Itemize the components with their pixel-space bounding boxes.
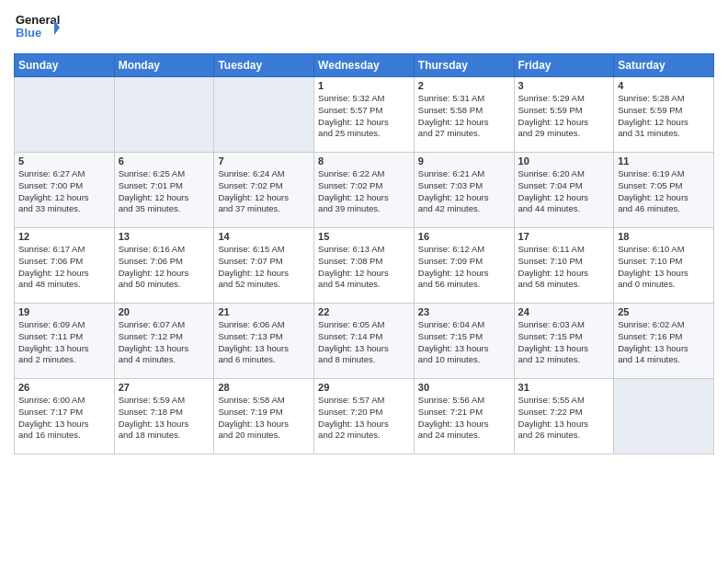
day-info: Sunset: 7:10 PM [618, 256, 710, 268]
day-info: Daylight: 12 hours [18, 192, 110, 204]
day-info: Sunset: 7:06 PM [119, 256, 210, 268]
day-info: Sunrise: 5:28 AM [618, 93, 710, 105]
day-info: Sunset: 5:59 PM [618, 105, 710, 117]
calendar-cell: 17Sunrise: 6:11 AMSunset: 7:10 PMDayligh… [514, 228, 614, 304]
day-number: 13 [119, 231, 210, 242]
calendar-cell: 9Sunrise: 6:21 AMSunset: 7:03 PMDaylight… [414, 153, 514, 228]
day-info: Daylight: 13 hours [618, 343, 710, 355]
day-info: Sunrise: 5:57 AM [318, 395, 410, 407]
calendar-cell: 3Sunrise: 5:29 AMSunset: 5:59 PMDaylight… [514, 77, 614, 153]
calendar-cell: 30Sunrise: 5:56 AMSunset: 7:21 PMDayligh… [414, 379, 514, 454]
day-info: Daylight: 12 hours [18, 268, 110, 280]
day-info: Sunset: 7:03 PM [418, 180, 510, 192]
day-info: and 0 minutes. [618, 279, 710, 291]
day-info: and 39 minutes. [318, 203, 410, 215]
day-header-friday: Friday [514, 54, 614, 77]
day-info: and 54 minutes. [318, 279, 410, 291]
day-info: Sunrise: 6:06 AM [218, 319, 310, 331]
day-number: 14 [218, 231, 310, 242]
calendar-cell: 15Sunrise: 6:13 AMSunset: 7:08 PMDayligh… [314, 228, 415, 304]
day-number: 6 [119, 155, 210, 167]
day-info: and 24 minutes. [418, 430, 510, 442]
day-info: and 46 minutes. [618, 203, 710, 215]
day-number: 28 [218, 382, 310, 393]
day-info: Sunset: 7:06 PM [18, 256, 110, 268]
calendar-cell: 25Sunrise: 6:02 AMSunset: 7:16 PMDayligh… [614, 304, 714, 379]
day-number: 1 [318, 80, 410, 91]
day-info: Daylight: 13 hours [318, 343, 410, 355]
day-info: and 31 minutes. [618, 128, 710, 140]
day-info: Daylight: 13 hours [218, 343, 310, 355]
day-info: and 22 minutes. [318, 430, 410, 442]
calendar-cell: 26Sunrise: 6:00 AMSunset: 7:17 PMDayligh… [15, 379, 115, 454]
day-number: 10 [518, 155, 610, 167]
day-info: Daylight: 12 hours [218, 268, 310, 280]
day-header-thursday: Thursday [414, 54, 514, 77]
day-info: Daylight: 13 hours [18, 419, 110, 431]
calendar-cell [15, 77, 115, 153]
day-info: Sunrise: 6:04 AM [418, 319, 510, 331]
day-info: Daylight: 13 hours [318, 419, 410, 431]
day-info: Sunset: 7:02 PM [218, 180, 310, 192]
calendar-cell: 24Sunrise: 6:03 AMSunset: 7:15 PMDayligh… [514, 304, 614, 379]
day-info: and 27 minutes. [418, 128, 510, 140]
day-number: 30 [418, 382, 510, 393]
day-info: and 48 minutes. [18, 279, 110, 291]
day-info: Daylight: 12 hours [618, 117, 710, 129]
day-info: Sunrise: 6:24 AM [218, 168, 310, 180]
day-info: Daylight: 12 hours [119, 192, 210, 204]
calendar-cell: 29Sunrise: 5:57 AMSunset: 7:20 PMDayligh… [314, 379, 415, 454]
day-info: Sunrise: 5:31 AM [418, 93, 510, 105]
day-info: Daylight: 12 hours [218, 192, 310, 204]
day-number: 21 [218, 306, 310, 317]
day-info: Sunset: 7:07 PM [218, 256, 310, 268]
day-info: Daylight: 13 hours [18, 343, 110, 355]
day-info: Sunrise: 6:13 AM [318, 244, 410, 256]
day-info: Sunset: 7:05 PM [618, 180, 710, 192]
day-info: Sunrise: 6:22 AM [318, 168, 410, 180]
day-number: 2 [418, 80, 510, 91]
day-info: Sunrise: 6:27 AM [18, 168, 110, 180]
day-number: 16 [418, 231, 510, 242]
day-info: Daylight: 12 hours [119, 268, 210, 280]
calendar-cell: 7Sunrise: 6:24 AMSunset: 7:02 PMDaylight… [214, 153, 314, 228]
day-info: Sunset: 7:22 PM [518, 407, 610, 419]
calendar-cell: 5Sunrise: 6:27 AMSunset: 7:00 PMDaylight… [15, 153, 115, 228]
logo-svg: General Blue [14, 9, 60, 46]
day-header-wednesday: Wednesday [314, 54, 415, 77]
day-info: Sunset: 7:21 PM [418, 407, 510, 419]
day-number: 18 [618, 231, 710, 242]
day-info: Sunrise: 6:19 AM [618, 168, 710, 180]
logo: General Blue [14, 9, 60, 46]
day-header-sunday: Sunday [15, 54, 115, 77]
week-row-5: 26Sunrise: 6:00 AMSunset: 7:17 PMDayligh… [15, 379, 714, 454]
day-number: 8 [318, 155, 410, 167]
day-info: and 42 minutes. [418, 203, 510, 215]
day-info: Sunset: 7:04 PM [518, 180, 610, 192]
calendar-cell: 14Sunrise: 6:15 AMSunset: 7:07 PMDayligh… [214, 228, 314, 304]
day-info: Daylight: 13 hours [518, 343, 610, 355]
day-number: 24 [518, 306, 610, 317]
day-number: 17 [518, 231, 610, 242]
day-info: Sunrise: 6:07 AM [119, 319, 210, 331]
day-info: Daylight: 13 hours [618, 268, 710, 280]
calendar-cell: 28Sunrise: 5:58 AMSunset: 7:19 PMDayligh… [214, 379, 314, 454]
day-info: Daylight: 12 hours [318, 117, 410, 129]
calendar-cell: 6Sunrise: 6:25 AMSunset: 7:01 PMDaylight… [114, 153, 214, 228]
day-info: Sunset: 5:57 PM [318, 105, 410, 117]
calendar-cell: 12Sunrise: 6:17 AMSunset: 7:06 PMDayligh… [15, 228, 115, 304]
day-info: and 8 minutes. [318, 354, 410, 366]
day-info: and 6 minutes. [218, 354, 310, 366]
day-number: 12 [18, 231, 110, 242]
day-info: Sunrise: 6:12 AM [418, 244, 510, 256]
day-info: Sunrise: 5:32 AM [318, 93, 410, 105]
svg-text:General: General [16, 13, 60, 27]
calendar-header: SundayMondayTuesdayWednesdayThursdayFrid… [15, 54, 714, 77]
day-info: and 16 minutes. [18, 430, 110, 442]
day-info: Daylight: 13 hours [418, 419, 510, 431]
day-info: Daylight: 13 hours [218, 419, 310, 431]
day-number: 19 [18, 306, 110, 317]
days-header-row: SundayMondayTuesdayWednesdayThursdayFrid… [15, 54, 714, 77]
day-info: and 29 minutes. [518, 128, 610, 140]
day-info: Sunset: 7:16 PM [618, 331, 710, 343]
